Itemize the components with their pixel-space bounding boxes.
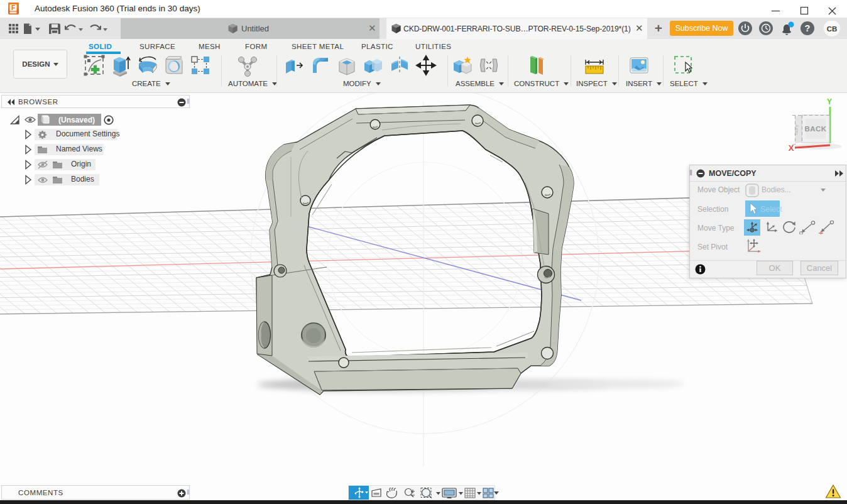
svg-text:?: ? [805, 23, 811, 33]
svg-text:F: F [11, 4, 15, 11]
svg-text:Y: Y [827, 97, 832, 106]
svg-text:CB: CB [827, 25, 838, 33]
svg-text:BACK: BACK [804, 125, 826, 133]
